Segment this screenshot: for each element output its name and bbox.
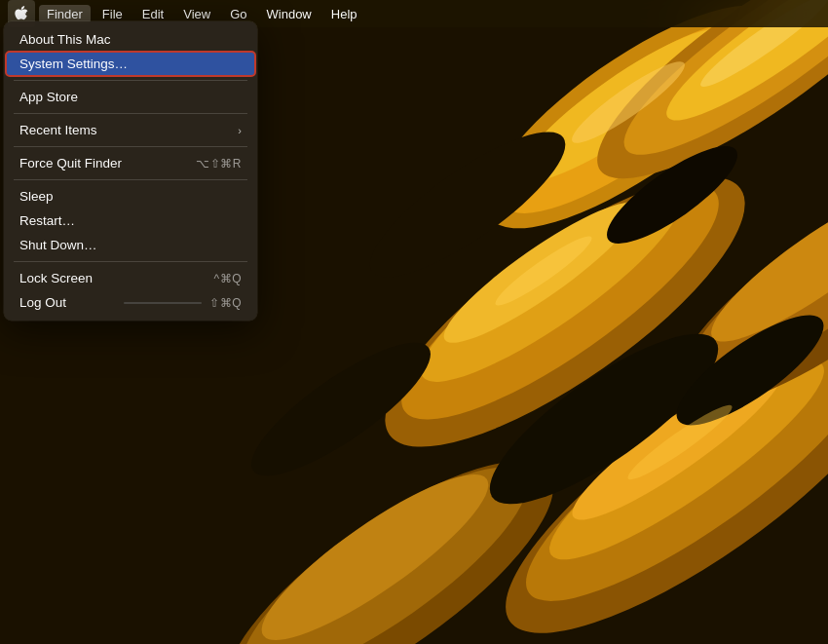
menu-item-force-quit-label: Force Quit Finder [19,156,196,170]
log-out-shortcut: ⇧⌘Q [209,296,242,310]
menu-item-app-store-label: App Store [19,90,242,104]
menu-item-sleep[interactable]: Sleep [6,184,255,208]
menu-item-log-out[interactable]: Log Out ⇧⌘Q [6,290,255,315]
menubar-help[interactable]: Help [323,5,365,23]
separator-5 [14,261,247,262]
menubar-window[interactable]: Window [259,5,320,23]
menu-item-lock-screen-label: Lock Screen [19,271,214,285]
menu-item-lock-screen[interactable]: Lock Screen ^⌘Q [6,266,255,290]
menu-item-shutdown[interactable]: Shut Down… [6,233,255,257]
force-quit-shortcut: ⌥⇧⌘R [196,157,242,170]
menu-item-restart-label: Restart… [19,213,242,228]
lock-screen-shortcut: ^⌘Q [214,272,242,285]
separator-1 [14,80,247,81]
separator-3 [14,146,247,147]
chevron-right-icon: › [238,125,242,136]
apple-dropdown-menu: About This Mac System Settings… App Stor… [4,21,257,321]
menu-item-system-settings[interactable]: System Settings… [6,52,255,76]
menubar-edit[interactable]: Edit [134,5,171,23]
menubar-finder[interactable]: Finder [39,5,91,23]
menubar-go[interactable]: Go [222,5,254,23]
menu-item-app-store[interactable]: App Store [6,85,255,109]
menu-item-force-quit[interactable]: Force Quit Finder ⌥⇧⌘R [6,151,255,175]
menubar-file[interactable]: File [94,5,131,23]
separator-2 [14,113,247,114]
menu-item-restart[interactable]: Restart… [6,208,255,233]
menubar-items: Finder File Edit View Go Window Help [39,5,365,23]
menu-item-system-settings-label: System Settings… [19,57,242,71]
menubar-view[interactable]: View [175,5,218,23]
menu-item-recent-items[interactable]: Recent Items › [6,118,255,142]
menu-item-shutdown-label: Shut Down… [19,238,242,252]
menu-item-about-label: About This Mac [19,32,242,47]
menu-item-log-out-label: Log Out [19,295,120,310]
menu-item-recent-items-label: Recent Items [19,123,238,137]
log-out-user-box [124,302,202,304]
menu-item-about[interactable]: About This Mac [6,27,255,52]
separator-4 [14,179,247,180]
menu-item-sleep-label: Sleep [19,189,242,204]
